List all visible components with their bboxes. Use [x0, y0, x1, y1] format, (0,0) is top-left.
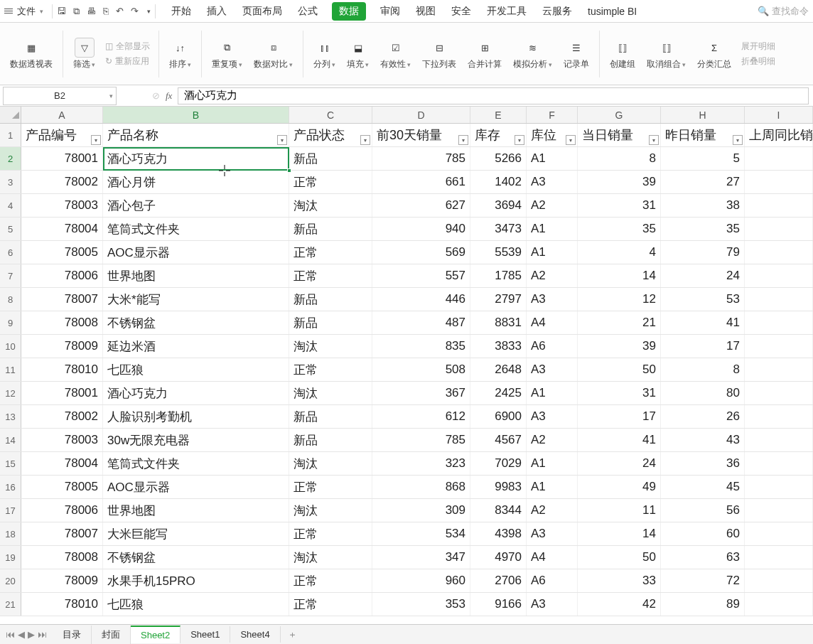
cell[interactable] — [745, 194, 813, 217]
row-header[interactable]: 11 — [0, 358, 21, 381]
cell[interactable]: 89 — [661, 593, 745, 616]
cell[interactable]: 43 — [661, 429, 745, 451]
cell[interactable]: 53 — [661, 288, 745, 311]
sheet-first-icon[interactable]: ⏮ — [6, 629, 15, 640]
header-cell[interactable]: 库位▾ — [527, 124, 578, 146]
cell[interactable]: A3 — [527, 288, 578, 311]
data-compare-button[interactable]: ⧈ 数据对比▾ — [248, 38, 298, 69]
col-header-E[interactable]: E — [470, 107, 527, 123]
cell[interactable]: 酒心月饼 — [103, 171, 289, 193]
cell[interactable]: 大米巨能写 — [103, 522, 289, 545]
cell[interactable]: 9166 — [470, 593, 527, 616]
cell[interactable]: 2425 — [470, 382, 527, 404]
cell[interactable]: A3 — [527, 593, 578, 616]
cell[interactable]: 78008 — [21, 311, 103, 334]
search-command[interactable]: 🔍 查找命令 — [758, 5, 809, 18]
formula-input[interactable] — [178, 87, 809, 104]
cell[interactable]: 2797 — [470, 288, 527, 311]
subtotal-button[interactable]: Σ 分类汇总 — [691, 38, 737, 69]
cell[interactable]: 309 — [372, 499, 470, 522]
tab-cloud[interactable]: 云服务 — [541, 2, 574, 21]
cell[interactable]: 627 — [372, 194, 470, 217]
cell[interactable]: 世界地图 — [103, 499, 289, 522]
duplicates-button[interactable]: ⧉ 重复项▾ — [206, 38, 248, 69]
undo-icon[interactable]: ↶ — [116, 6, 124, 16]
cell[interactable]: 49 — [578, 476, 661, 498]
cell[interactable]: 正常 — [289, 264, 372, 287]
cell[interactable] — [745, 311, 813, 334]
cell[interactable]: 14 — [578, 522, 661, 545]
cell[interactable]: 41 — [578, 429, 661, 451]
filter-dropdown-icon[interactable]: ▾ — [566, 135, 576, 145]
cell[interactable]: 45 — [661, 476, 745, 498]
row-header[interactable]: 20 — [0, 569, 21, 592]
col-header-C[interactable]: C — [289, 107, 372, 123]
cell[interactable]: 正常 — [289, 476, 372, 498]
header-cell[interactable]: 昨日销量▾ — [661, 124, 745, 146]
cell[interactable] — [745, 335, 813, 358]
cell[interactable]: 5266 — [470, 147, 527, 170]
record-form-button[interactable]: ☰ 记录单 — [558, 38, 595, 69]
cell[interactable]: 正常 — [289, 522, 372, 545]
cell[interactable]: 63 — [661, 546, 745, 569]
cell[interactable]: 不锈钢盆 — [103, 546, 289, 569]
col-header-D[interactable]: D — [372, 107, 470, 123]
cell[interactable]: 14 — [578, 264, 661, 287]
cell[interactable]: 78002 — [21, 171, 103, 193]
cell[interactable]: 淘汰 — [289, 194, 372, 217]
cell[interactable]: 785 — [372, 429, 470, 451]
cell[interactable]: 24 — [661, 264, 745, 287]
print-icon[interactable]: 🖶 — [87, 6, 96, 16]
show-all-button[interactable]: ◫全部显示 — [105, 41, 150, 53]
cell[interactable] — [745, 264, 813, 287]
reapply-button[interactable]: ↻重新应用 — [105, 55, 150, 68]
sheet-tab[interactable]: 封面 — [92, 626, 131, 644]
cell[interactable]: 534 — [372, 522, 470, 545]
redo-icon[interactable]: ↷ — [131, 6, 139, 16]
tab-security[interactable]: 安全 — [450, 2, 473, 21]
cell[interactable]: A1 — [527, 147, 578, 170]
ungroup-button[interactable]: ⟦⟧ 取消组合▾ — [641, 38, 691, 69]
cell[interactable]: 487 — [372, 311, 470, 334]
cell[interactable]: 淘汰 — [289, 499, 372, 522]
cell[interactable]: 酒心巧克力 — [103, 382, 289, 404]
col-header-I[interactable]: I — [745, 107, 813, 123]
cell[interactable]: 七匹狼 — [103, 358, 289, 381]
cell[interactable]: 24 — [578, 452, 661, 475]
header-cell[interactable]: 产品编号▾ — [21, 124, 103, 146]
cell[interactable]: 78008 — [21, 546, 103, 569]
cell[interactable]: 正常 — [289, 171, 372, 193]
cell[interactable]: 78007 — [21, 288, 103, 311]
filter-dropdown-icon[interactable]: ▾ — [458, 135, 468, 145]
cell[interactable]: 大米*能写 — [103, 288, 289, 311]
cell[interactable]: A6 — [527, 335, 578, 358]
cell[interactable]: 淘汰 — [289, 546, 372, 569]
cell[interactable] — [745, 452, 813, 475]
cell[interactable] — [745, 546, 813, 569]
row-header[interactable]: 15 — [0, 452, 21, 475]
cell[interactable]: 508 — [372, 358, 470, 381]
cell[interactable]: 446 — [372, 288, 470, 311]
cell[interactable]: 8344 — [470, 499, 527, 522]
cell[interactable]: 新品 — [289, 311, 372, 334]
cell[interactable]: 42 — [578, 593, 661, 616]
cell[interactable]: 367 — [372, 382, 470, 404]
cell[interactable]: A2 — [527, 194, 578, 217]
cell[interactable]: 323 — [372, 452, 470, 475]
sheet-tab-active[interactable]: Sheet2 — [131, 626, 181, 643]
col-header-A[interactable]: A — [21, 107, 103, 123]
tab-developer[interactable]: 开发工具 — [485, 2, 528, 21]
cell[interactable]: 78001 — [21, 147, 103, 170]
cell[interactable]: 50 — [578, 546, 661, 569]
cell[interactable]: 2648 — [470, 358, 527, 381]
cell[interactable]: 39 — [578, 171, 661, 193]
cell[interactable]: 4398 — [470, 522, 527, 545]
col-header-G[interactable]: G — [578, 107, 661, 123]
tab-data[interactable]: 数据 — [332, 2, 366, 21]
cell[interactable]: A1 — [527, 382, 578, 404]
cell[interactable] — [745, 569, 813, 592]
cell[interactable]: AOC显示器 — [103, 241, 289, 264]
cell[interactable]: 1785 — [470, 264, 527, 287]
cell[interactable]: 正常 — [289, 569, 372, 592]
cell[interactable]: 785 — [372, 147, 470, 170]
